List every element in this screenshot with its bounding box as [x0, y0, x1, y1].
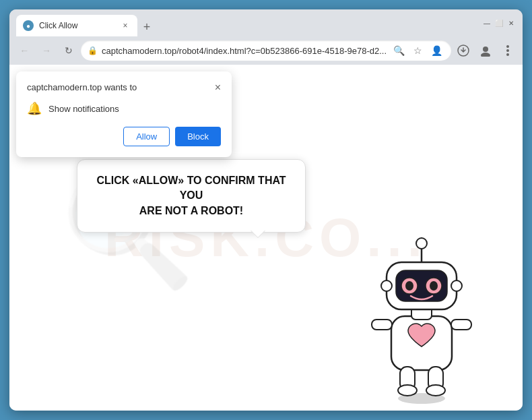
new-tab-button[interactable]: +: [137, 18, 156, 36]
lock-icon: 🔒: [88, 46, 98, 55]
search-icon[interactable]: 🔍: [391, 42, 407, 59]
tab-close-button[interactable]: ×: [120, 20, 131, 31]
profile-icon[interactable]: 👤: [428, 42, 444, 59]
url-text: captchamodern.top/robot4/index.html?c=0b…: [102, 46, 387, 56]
svg-point-12: [398, 385, 417, 396]
robot-illustration: [361, 229, 482, 404]
maximize-button[interactable]: ⬜: [494, 18, 504, 28]
popup-buttons: Allow Block: [27, 127, 221, 146]
svg-point-24: [451, 280, 462, 291]
bubble-line2: ARE NOT A ROBOT!: [139, 205, 243, 216]
back-button[interactable]: ←: [15, 40, 34, 61]
bell-icon: 🔔: [27, 101, 42, 116]
address-bar-icons: 🔍 ☆ 👤: [391, 42, 444, 59]
svg-point-1: [483, 47, 488, 52]
svg-point-22: [416, 238, 427, 249]
tabs-area: ● Click Allow × +: [16, 9, 482, 36]
allow-button[interactable]: Allow: [123, 127, 170, 146]
browser-window: ● Click Allow × + — ⬜ ✕ ← → ↻ 🔒 captcham…: [9, 9, 523, 411]
profile-avatar[interactable]: [476, 40, 496, 61]
svg-point-23: [381, 280, 392, 291]
svg-point-3: [506, 45, 509, 48]
notification-item: 🔔 Show notifications: [27, 101, 221, 116]
tab-title: Click Allow: [39, 21, 114, 30]
tab-favicon: ●: [23, 20, 34, 31]
svg-point-4: [506, 49, 509, 52]
svg-point-5: [506, 53, 509, 56]
svg-rect-8: [372, 320, 392, 330]
notification-popup: captchamodern.top wants to × 🔔 Show noti…: [16, 71, 232, 157]
forward-button[interactable]: →: [37, 40, 57, 61]
popup-close-button[interactable]: ×: [215, 82, 221, 93]
content-area: RISK.CO... 🔍 captchamodern.top wants to …: [9, 65, 523, 411]
svg-point-2: [481, 53, 490, 57]
popup-title: captchamodern.top wants to: [27, 82, 137, 92]
svg-point-20: [430, 281, 438, 291]
speech-bubble: CLICK «ALLOW» TO CONFIRM THAT YOU ARE NO…: [77, 159, 306, 233]
active-tab[interactable]: ● Click Allow ×: [16, 15, 137, 36]
svg-point-19: [405, 281, 413, 291]
title-bar: ● Click Allow × + — ⬜ ✕: [9, 9, 523, 36]
menu-button[interactable]: [498, 40, 517, 61]
address-bar-row: ← → ↻ 🔒 captchamodern.top/robot4/index.h…: [9, 36, 523, 65]
reload-button[interactable]: ↻: [59, 40, 78, 61]
svg-point-13: [426, 385, 445, 396]
block-button[interactable]: Block: [175, 127, 221, 146]
bubble-line1: CLICK «ALLOW» TO CONFIRM THAT YOU: [96, 175, 286, 201]
bubble-text: CLICK «ALLOW» TO CONFIRM THAT YOU ARE NO…: [94, 173, 289, 218]
popup-header: captchamodern.top wants to ×: [27, 82, 221, 93]
download-icon[interactable]: [454, 40, 473, 61]
bookmark-icon[interactable]: ☆: [409, 42, 426, 59]
close-button[interactable]: ✕: [506, 18, 516, 28]
window-controls: — ⬜ ✕: [482, 18, 516, 28]
notification-text: Show notifications: [48, 104, 119, 114]
svg-rect-9: [451, 320, 471, 330]
address-bar[interactable]: 🔒 captchamodern.top/robot4/index.html?c=…: [81, 40, 451, 61]
minimize-button[interactable]: —: [482, 18, 492, 28]
